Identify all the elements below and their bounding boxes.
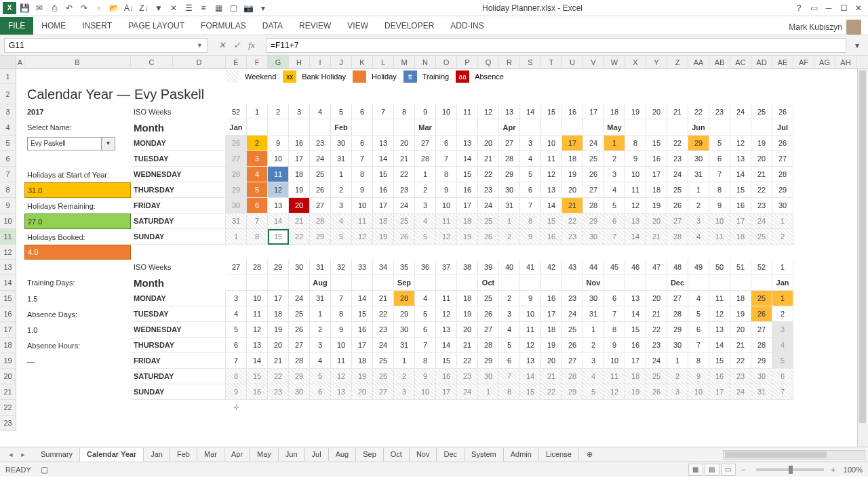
calendar-day[interactable]: 28 — [667, 229, 688, 245]
calendar-day[interactable]: 16 — [541, 229, 562, 245]
calendar-day[interactable]: 17 — [541, 306, 562, 322]
calendar-day[interactable]: 4 — [688, 229, 709, 245]
iso-week[interactable]: 36 — [415, 260, 436, 274]
calendar-day[interactable]: 28 — [667, 306, 688, 322]
calendar-day[interactable]: 12 — [331, 369, 352, 384]
month-header[interactable] — [373, 119, 394, 136]
calendar-day[interactable]: 11 — [604, 369, 625, 384]
cell[interactable] — [16, 274, 24, 291]
calendar-day[interactable]: 29 — [226, 182, 247, 198]
calendar-day[interactable]: 13 — [730, 151, 751, 167]
calendar-day[interactable]: 2 — [310, 322, 331, 338]
calendar-day[interactable]: 12 — [541, 167, 562, 182]
calendar-day[interactable]: 4 — [415, 291, 436, 306]
calendar-day[interactable]: 1 — [415, 167, 436, 182]
calendar-day[interactable]: 22 — [541, 384, 562, 400]
calendar-day[interactable]: 18 — [730, 291, 751, 306]
calendar-day[interactable]: 6 — [688, 322, 709, 338]
calendar-day[interactable]: 19 — [541, 338, 562, 353]
month-header[interactable] — [646, 119, 667, 136]
calendar-day[interactable]: 18 — [289, 167, 310, 182]
calendar-day[interactable]: 24 — [373, 338, 394, 353]
calendar-day[interactable]: 4 — [331, 214, 352, 229]
iso-week[interactable]: 52 — [751, 260, 772, 274]
iso-week[interactable]: 9 — [415, 104, 436, 119]
calendar-day[interactable]: 5 — [499, 338, 520, 353]
calendar-day[interactable]: 14 — [436, 338, 457, 353]
month-header[interactable] — [457, 119, 478, 136]
iso-week[interactable]: 39 — [478, 260, 499, 274]
day-name[interactable]: TUESDAY — [131, 151, 226, 167]
calendar-day[interactable]: 15 — [730, 182, 751, 198]
iso-label[interactable]: ISO Weeks — [131, 104, 226, 119]
calendar-day[interactable]: 7 — [604, 229, 625, 245]
group-icon[interactable]: ☰ — [182, 1, 195, 15]
calendar-day[interactable]: 7 — [331, 291, 352, 306]
cell[interactable] — [751, 400, 772, 415]
calendar-day[interactable]: 26 — [583, 167, 604, 182]
col-header-R[interactable]: R — [499, 56, 520, 68]
select-name-label[interactable]: Select Name: — [24, 119, 131, 136]
calendar-day[interactable]: 31 — [310, 291, 331, 306]
cell[interactable] — [478, 400, 499, 415]
cell[interactable] — [688, 400, 709, 415]
calendar-day[interactable]: 6 — [499, 353, 520, 369]
cell[interactable] — [16, 136, 24, 151]
fx-icon[interactable]: fx — [245, 39, 258, 52]
cell[interactable] — [352, 245, 373, 260]
calendar-day[interactable]: 23 — [394, 182, 415, 198]
col-header-AH[interactable]: AH — [835, 56, 856, 68]
calendar-day[interactable]: 23 — [667, 151, 688, 167]
open-icon[interactable]: 📂 — [107, 1, 121, 15]
iso-week[interactable]: 35 — [394, 260, 415, 274]
calendar-day[interactable]: 12 — [436, 229, 457, 245]
calendar-day[interactable]: 25 — [751, 229, 772, 245]
col-header-AC[interactable]: AC — [730, 56, 751, 68]
calendar-day[interactable]: 29 — [688, 136, 709, 151]
calendar-day[interactable]: 15 — [247, 369, 268, 384]
select-name-dropdown[interactable]: Evy Paskell — [27, 137, 102, 150]
holidays-start-value[interactable]: 31.0 — [24, 182, 131, 198]
calendar-day[interactable]: 26 — [478, 306, 499, 322]
calendar-day[interactable]: 3 — [331, 198, 352, 214]
absence-hours-label[interactable]: Absence Hours: — [24, 338, 131, 353]
calendar-day[interactable]: 30 — [583, 229, 604, 245]
calendar-day[interactable]: 26 — [667, 198, 688, 214]
month-header[interactable]: Aug — [310, 274, 331, 291]
col-header-J[interactable]: J — [331, 56, 352, 68]
row-header-19[interactable]: 19 — [0, 353, 16, 369]
calendar-day[interactable]: 28 — [289, 353, 310, 369]
calendar-day[interactable]: 9 — [352, 182, 373, 198]
filter-icon[interactable]: ▼ — [152, 1, 165, 15]
calendar-day[interactable]: 20 — [289, 198, 310, 214]
calendar-day[interactable]: 25 — [394, 214, 415, 229]
calendar-day[interactable]: 11 — [709, 229, 730, 245]
calendar-day[interactable]: 22 — [478, 167, 499, 182]
calendar-day[interactable]: 17 — [562, 136, 583, 151]
cell[interactable] — [310, 400, 331, 415]
iso-week[interactable]: 41 — [520, 260, 541, 274]
calendar-day[interactable]: 14 — [625, 306, 646, 322]
cell[interactable] — [16, 104, 24, 119]
calendar-day[interactable]: 13 — [331, 384, 352, 400]
calendar-day[interactable]: 29 — [751, 353, 772, 369]
page-break-view-icon[interactable]: ▭ — [721, 464, 736, 476]
cell[interactable] — [16, 306, 24, 322]
calendar-day[interactable]: 8 — [604, 322, 625, 338]
calendar-day[interactable]: 10 — [331, 338, 352, 353]
month-header[interactable] — [247, 119, 268, 136]
calendar-day[interactable]: 28 — [226, 167, 247, 182]
calendar-day[interactable]: 28 — [772, 167, 793, 182]
iso-week[interactable]: 30 — [289, 260, 310, 274]
calendar-day[interactable]: 3 — [499, 306, 520, 322]
ribbon-tab-page-layout[interactable]: PAGE LAYOUT — [120, 17, 193, 35]
calendar-day[interactable]: 27 — [583, 182, 604, 198]
calendar-day[interactable]: 7 — [499, 369, 520, 384]
redo-icon[interactable]: ↷ — [77, 1, 91, 15]
month-header[interactable]: Jan — [772, 274, 793, 291]
month-header[interactable] — [751, 119, 772, 136]
cell[interactable] — [583, 400, 604, 415]
ribbon-tab-view[interactable]: VIEW — [339, 17, 376, 35]
cell[interactable] — [16, 322, 24, 338]
cell[interactable] — [24, 415, 793, 431]
